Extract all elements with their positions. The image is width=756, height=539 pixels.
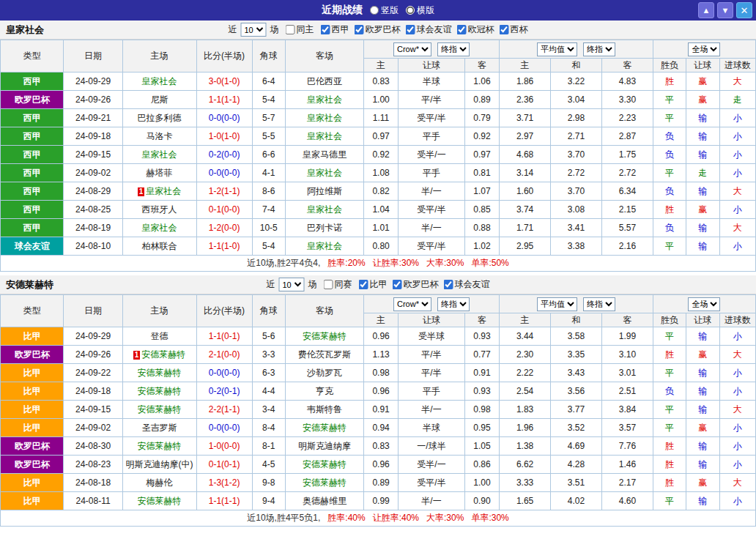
away-team[interactable]: 韦斯特鲁 <box>285 401 363 419</box>
bookmaker-select[interactable]: Crow* <box>393 297 431 311</box>
league-filter[interactable]: 西杯 <box>494 23 528 36</box>
home-team[interactable]: 1安德莱赫特 <box>122 346 196 364</box>
avg-odds-select[interactable]: 平均值 <box>537 297 577 311</box>
radio-vertical[interactable]: 竖版 <box>370 4 399 17</box>
home-team[interactable]: 安德莱赫特 <box>122 492 196 510</box>
away-team[interactable]: 皇家社会 <box>285 91 363 109</box>
away-team[interactable]: 安德莱赫特 <box>285 456 363 474</box>
avg-odds-select[interactable]: 平均值 <box>537 42 577 56</box>
league-checkbox[interactable] <box>406 25 415 34</box>
league-filter[interactable]: 球会友谊 <box>401 23 452 36</box>
home-team[interactable]: 赫塔菲 <box>122 164 196 182</box>
avg-win-odds: 2.54 <box>500 382 551 401</box>
same-venue-checkbox[interactable] <box>286 25 295 34</box>
away-team[interactable]: 皇家马德里 <box>285 146 363 164</box>
league-filter[interactable]: 比甲 <box>354 278 388 291</box>
league-checkbox[interactable] <box>321 25 330 34</box>
home-team[interactable]: 安德莱赫特 <box>122 364 196 382</box>
away-team-name: 安德莱赫特 <box>303 331 346 341</box>
result-handicap: 输 <box>686 401 719 419</box>
avg-win-odds: 1.96 <box>500 419 551 437</box>
home-team[interactable]: 巴拉多利德 <box>122 109 196 127</box>
home-team[interactable]: 尼斯 <box>122 91 196 109</box>
league-checkbox[interactable] <box>355 25 364 34</box>
league-filter[interactable]: 欧罗巴杯 <box>388 278 439 291</box>
avg-time-select[interactable]: 终指 <box>583 297 615 311</box>
league-filter[interactable]: 欧罗巴杯 <box>349 23 401 36</box>
home-team[interactable]: 1皇家社会 <box>122 182 196 201</box>
same-venue-filter[interactable]: 同赛 <box>319 278 352 291</box>
match-date: 24-09-26 <box>64 346 122 364</box>
radio-horizontal[interactable]: 横版 <box>406 4 434 17</box>
away-team[interactable]: 明斯克迪纳摩 <box>285 437 363 456</box>
result-outcome: 胜 <box>653 201 686 219</box>
league-filter[interactable]: 西甲 <box>316 23 349 36</box>
scroll-down-button[interactable]: ▼ <box>717 2 733 18</box>
result-goals: 小 <box>719 382 756 401</box>
home-team[interactable]: 马洛卡 <box>122 127 196 146</box>
home-team[interactable]: 皇家社会 <box>122 146 196 164</box>
result-goals: 小 <box>719 109 756 127</box>
radio-vertical-input[interactable] <box>370 6 379 15</box>
odds-time-select[interactable]: 终指 <box>437 297 470 311</box>
away-team[interactable]: 皇家社会 <box>285 164 363 182</box>
avg-time-select[interactable]: 终指 <box>583 42 615 56</box>
league-checkbox[interactable] <box>444 280 453 289</box>
bookmaker-select[interactable]: Crow* <box>393 42 431 56</box>
away-team[interactable]: 沙勒罗瓦 <box>285 364 363 382</box>
same-venue-filter[interactable]: 同主 <box>281 23 314 36</box>
radio-horizontal-input[interactable] <box>406 6 415 15</box>
away-team[interactable]: 亨克 <box>285 382 363 401</box>
league-filter[interactable]: 球会友谊 <box>439 278 490 291</box>
home-team[interactable]: 登德 <box>122 327 196 346</box>
home-team[interactable]: 安德莱赫特 <box>122 401 196 419</box>
same-venue-checkbox[interactable] <box>324 280 333 289</box>
result-outcome: 平 <box>653 237 686 256</box>
handicap-away-odds: 0.90 <box>464 492 499 510</box>
home-team[interactable]: 安德莱赫特 <box>122 437 196 456</box>
summary-record: 近10场,胜2平4负4, <box>247 258 320 268</box>
away-team[interactable]: 巴伦西亚 <box>285 73 363 91</box>
home-team[interactable]: 圣吉罗斯 <box>122 419 196 437</box>
result-handicap: 赢 <box>686 73 719 91</box>
league-filter[interactable]: 欧冠杯 <box>452 23 494 36</box>
away-team[interactable]: 奥德赫维里 <box>285 492 363 510</box>
away-team[interactable]: 皇家社会 <box>285 109 363 127</box>
home-team-name: 尼斯 <box>151 94 168 105</box>
home-team-name: 安德莱赫特 <box>138 386 182 396</box>
match-score: 0-1(0-0) <box>196 201 252 219</box>
home-team-name: 皇家社会 <box>142 149 177 160</box>
close-button[interactable]: ✕ <box>736 2 752 18</box>
away-team[interactable]: 安德莱赫特 <box>285 474 363 492</box>
home-team[interactable]: 皇家社会 <box>122 73 196 91</box>
away-team[interactable]: 安德莱赫特 <box>285 327 363 346</box>
sub-header-lose: 客 <box>602 59 653 73</box>
home-team[interactable]: 明斯克迪纳摩(中) <box>122 456 196 474</box>
home-team[interactable]: 安德莱赫特 <box>122 382 196 401</box>
league-checkbox[interactable] <box>500 25 509 34</box>
handicap-home-odds: 0.98 <box>363 364 398 382</box>
home-team[interactable]: 西班牙人 <box>122 201 196 219</box>
scope-select[interactable]: 全场 <box>688 42 720 56</box>
away-team[interactable]: 安德莱赫特 <box>285 419 363 437</box>
avg-draw-odds: 3.43 <box>551 364 602 382</box>
away-team[interactable]: 费伦茨瓦罗斯 <box>285 346 363 364</box>
league-checkbox[interactable] <box>393 280 402 289</box>
match-score: 1-1(1-1) <box>196 492 252 510</box>
scroll-up-button[interactable]: ▲ <box>698 2 714 18</box>
recent-count-select[interactable]: 10 <box>241 23 267 37</box>
home-team[interactable]: 梅赫伦 <box>122 474 196 492</box>
league-checkbox[interactable] <box>359 280 368 289</box>
recent-count-select[interactable]: 10 <box>279 278 305 291</box>
away-team[interactable]: 阿拉维斯 <box>285 182 363 201</box>
odds-time-select[interactable]: 终指 <box>437 42 470 56</box>
home-team[interactable]: 柏林联合 <box>122 237 196 256</box>
away-team[interactable]: 巴列卡诺 <box>285 219 363 237</box>
away-team[interactable]: 皇家社会 <box>285 237 363 256</box>
away-team[interactable]: 皇家社会 <box>285 127 363 146</box>
away-team-name: 皇家社会 <box>307 113 342 123</box>
away-team[interactable]: 皇家社会 <box>285 201 363 219</box>
scope-select[interactable]: 全场 <box>688 297 720 311</box>
league-checkbox[interactable] <box>457 25 467 34</box>
home-team[interactable]: 皇家社会 <box>122 219 196 237</box>
